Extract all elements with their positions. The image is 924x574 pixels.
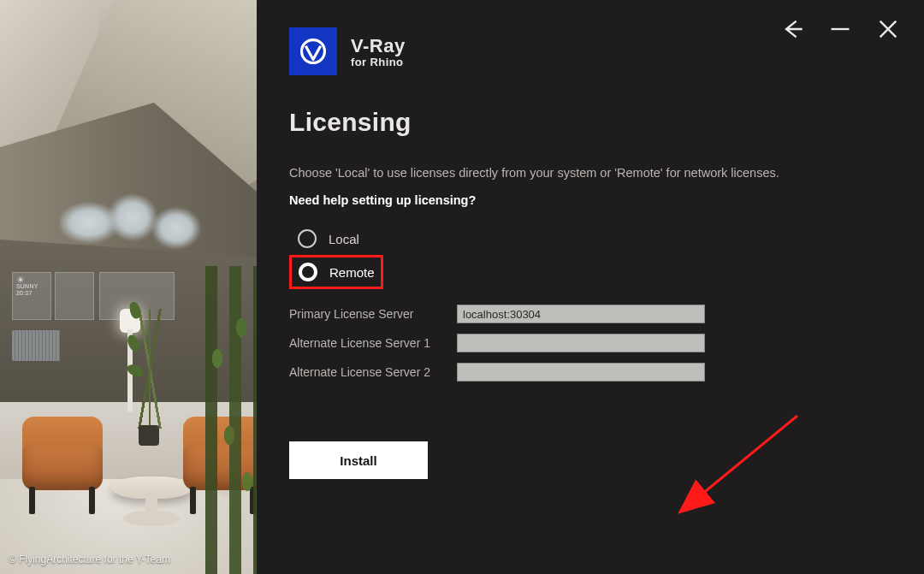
- plant: [120, 317, 180, 446]
- annotation-arrow: [693, 409, 804, 503]
- arrow-left-icon: [780, 17, 804, 41]
- titlebar-controls: [780, 17, 900, 41]
- installer-window: SUNNY 20:37 © FlyingArchitecture for the…: [0, 0, 924, 574]
- field-label: Alternate License Server 1: [289, 336, 447, 350]
- sidebar-render: SUNNY 20:37 © FlyingArchitecture for the…: [0, 0, 257, 574]
- field-row: Primary License Server: [289, 305, 890, 323]
- alt-server-1-input[interactable]: [457, 334, 705, 352]
- keyboard-prop: [12, 330, 60, 361]
- minimize-icon: [828, 17, 852, 41]
- brand-line1: V-Ray: [351, 35, 406, 57]
- close-icon: [876, 17, 900, 41]
- hud-weather-label: SUNNY: [16, 283, 47, 290]
- help-link[interactable]: Need help setting up licensing?: [289, 193, 890, 207]
- primary-server-input[interactable]: [457, 305, 705, 323]
- hud-weather: SUNNY 20:37: [12, 272, 51, 320]
- vray-logo-icon: [297, 35, 329, 68]
- main-panel: V-Ray for Rhino Licensing Choose 'Local'…: [257, 0, 924, 574]
- brand-mark: [289, 27, 337, 75]
- hud-time: 20:37: [16, 290, 47, 297]
- alt-server-2-input[interactable]: [457, 363, 705, 382]
- option-label: Remote: [329, 265, 375, 280]
- brand-text: V-Ray for Rhino: [351, 35, 406, 68]
- field-label: Primary License Server: [289, 307, 447, 321]
- indoor-tree: [205, 266, 257, 574]
- armchair: [15, 411, 110, 514]
- page-description: Choose 'Local' to use licenses directly …: [289, 166, 890, 180]
- brand-line2: for Rhino: [351, 56, 406, 68]
- server-fields: Primary License Server Alternate License…: [289, 305, 890, 382]
- world-map-projection: [60, 188, 205, 265]
- license-options: Local Remote: [289, 222, 890, 289]
- page-title: Licensing: [289, 108, 890, 137]
- svg-line-1: [702, 416, 797, 494]
- hud-panel: [55, 272, 94, 320]
- field-row: Alternate License Server 1: [289, 334, 890, 352]
- back-button[interactable]: [780, 17, 804, 41]
- minimize-button[interactable]: [828, 17, 852, 41]
- option-local[interactable]: Local: [289, 222, 383, 255]
- radio-icon: [298, 229, 317, 248]
- option-remote[interactable]: Remote: [289, 255, 383, 289]
- field-row: Alternate License Server 2: [289, 363, 890, 382]
- option-label: Local: [329, 232, 359, 246]
- install-button[interactable]: Install: [289, 441, 428, 479]
- radio-icon: [299, 263, 317, 281]
- sidebar-credit: © FlyingArchitecture for the Y-Team: [9, 553, 170, 565]
- field-label: Alternate License Server 2: [289, 365, 447, 379]
- close-button[interactable]: [876, 17, 900, 41]
